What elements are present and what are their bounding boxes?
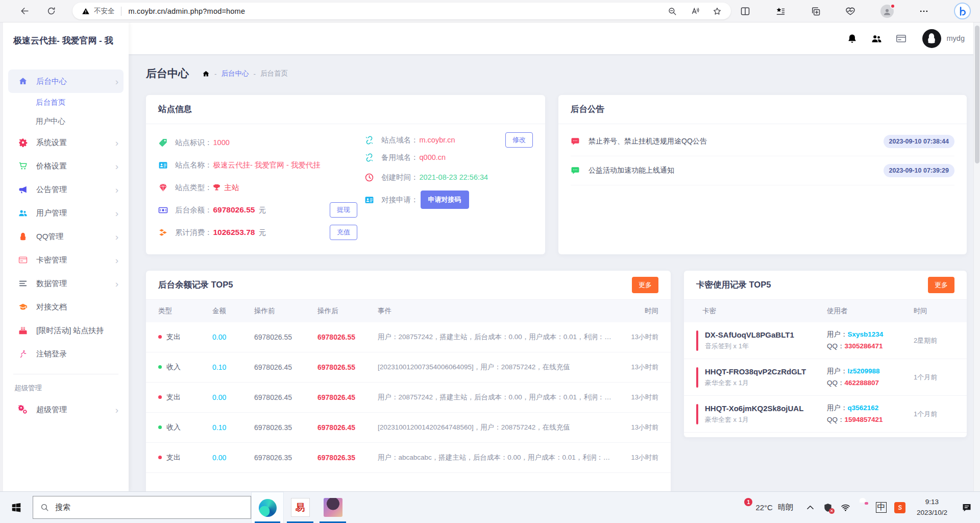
group-icon[interactable] [871, 33, 882, 44]
yi-app-icon: 易 [291, 498, 310, 517]
row-action-button[interactable]: 提现 [330, 202, 357, 218]
table-row: HHQT-Xo6jmKQ2Sk8ojUAL 豪华全套 x 1月 用户：q3562… [684, 396, 967, 433]
anime-app-icon [324, 498, 342, 517]
sidebar-item[interactable]: [限时活动] 站点扶持 [8, 319, 124, 342]
refresh-icon [46, 6, 56, 16]
avatar[interactable] [922, 29, 941, 48]
username[interactable]: mydg [947, 34, 965, 42]
record-type: 支出 [166, 332, 181, 341]
sidebar-item[interactable]: 超级管理 › [8, 398, 124, 421]
more-button[interactable]: 更多 [928, 277, 954, 293]
favorites-hub-icon[interactable] [775, 6, 786, 16]
row-accent-bar [696, 404, 698, 424]
diamond-icon [158, 183, 168, 193]
announcement-item[interactable]: 禁止养号、禁止挂机违规用途QQ公告 2023-09-10 07:38:44 [571, 127, 954, 156]
sidebar-item[interactable]: 注销登录 [8, 342, 124, 366]
back-button[interactable] [14, 2, 35, 20]
info-unit: 元 [258, 205, 266, 215]
clock-date: 2023/10/2 [917, 508, 947, 518]
taskbar-app-anime[interactable] [316, 492, 349, 523]
key-qq: 462288807 [845, 379, 879, 387]
sidebar-item[interactable]: 系统设置 › [8, 131, 124, 154]
info-label: 备用域名： [381, 153, 419, 162]
bell-icon[interactable] [847, 33, 857, 44]
defender-icon[interactable]: ✕ [823, 503, 833, 513]
row-action-button[interactable]: 修改 [505, 132, 533, 148]
split-screen-icon[interactable] [740, 6, 750, 16]
security-label[interactable]: 不安全 [94, 7, 115, 16]
key-description: 豪华全套 x 1月 [705, 378, 806, 388]
breadcrumb-current: 后台首页 [260, 69, 288, 78]
zoom-out-icon[interactable] [668, 7, 677, 16]
link-icon [364, 153, 374, 162]
action-center-button[interactable] [953, 503, 980, 513]
more-button[interactable]: 更多 [632, 277, 658, 293]
sidebar-item[interactable]: QQ管理 › [8, 225, 124, 248]
row-action-button[interactable]: 申请对接码 [421, 191, 469, 209]
sidebar-item-label: 价格设置 [36, 161, 67, 171]
browser-essentials-icon[interactable] [845, 6, 855, 16]
list-icon [18, 279, 28, 288]
type-dot [158, 425, 162, 429]
ime-indicator[interactable]: 中 [876, 502, 887, 513]
sidebar-item[interactable]: 对接文档 [8, 295, 124, 319]
browser-profile-button[interactable] [880, 5, 894, 18]
taskbar-app-yi[interactable]: 易 [284, 492, 316, 523]
info-value: 极速云代挂- 我爱官网 - 我爱代挂 [213, 160, 321, 170]
collections-icon[interactable] [811, 6, 821, 16]
more-menu-icon[interactable] [919, 6, 929, 16]
info-label: 站点名称： [175, 160, 212, 170]
sidebar-item[interactable]: 公告管理 › [8, 178, 124, 201]
key-description: 豪华全套 x 1月 [705, 415, 803, 424]
qq-tray-icon[interactable] [858, 503, 868, 513]
taskbar-clock[interactable]: 9:13 2023/10/2 [911, 497, 953, 518]
user-label: 用户： [827, 367, 848, 375]
info-label: 站点域名： [381, 135, 419, 145]
sidebar-item[interactable]: 数据管理 › [8, 272, 124, 295]
weather-widget[interactable]: 1 22°C 晴朗 [728, 500, 800, 515]
row-accent-bar [696, 330, 698, 351]
key-user: lz5209988 [848, 367, 880, 375]
cart-icon [18, 161, 28, 171]
sidebar-item[interactable]: 用户中心 [8, 112, 124, 131]
url-text[interactable]: m.coybr.cn/admin.php?mod=home [129, 7, 246, 15]
read-aloud-icon[interactable] [690, 7, 699, 16]
table-row: 收入 0.10 6978026.45 6978026.55 [202310012… [146, 352, 671, 383]
sogou-icon[interactable] [894, 502, 905, 513]
chevron-up-icon[interactable] [805, 503, 815, 512]
address-bar[interactable]: 不安全 m.coybr.cn/admin.php?mod=home [72, 3, 731, 19]
scrollbar-thumb[interactable] [975, 26, 979, 163]
record-event: 用户：208757242，搭建主站，后台成本：0.00，用户成本：0.01，利润… [378, 332, 618, 342]
bing-chat-icon[interactable] [954, 3, 971, 19]
coins-icon [158, 228, 168, 237]
row-action-button[interactable]: 充值 [330, 225, 357, 240]
weather-temp: 22°C [755, 503, 773, 512]
table-header: 卡密 使用者 时间 [684, 300, 967, 322]
announcement-item[interactable]: 公益活动加速功能上线通知 2023-09-10 07:39:29 [571, 156, 954, 185]
credit-card-icon[interactable] [896, 33, 906, 44]
wifi-icon[interactable] [841, 503, 850, 512]
sidebar-item[interactable]: 卡密管理 › [8, 248, 124, 272]
info-label: 站点类型： [175, 183, 212, 193]
record-type: 支出 [166, 453, 181, 461]
person-icon [883, 7, 892, 16]
sidebar-item[interactable]: 用户管理 › [8, 201, 124, 225]
sidebar-item[interactable]: 后台中心 › [8, 69, 124, 93]
sidebar-section-label: 超级管理 [3, 379, 129, 398]
refresh-button[interactable] [41, 2, 61, 20]
info-label: 对接申请： [381, 195, 419, 205]
sidebar-item[interactable]: 后台首页 [8, 93, 124, 112]
sidebar-item[interactable]: 价格设置 › [8, 154, 124, 178]
taskbar-search[interactable]: 搜索 [33, 496, 251, 519]
scrollbar-track[interactable] [973, 22, 980, 491]
taskbar-app-edge[interactable] [251, 492, 284, 523]
breadcrumb-root[interactable]: 后台中心 [222, 69, 249, 78]
cake-icon [18, 326, 28, 335]
start-button[interactable] [0, 492, 33, 523]
col-header: 操作后 [317, 306, 378, 316]
sidebar: 极速云代挂- 我爱官网 - 我 后台中心 › 后台首页 [0, 22, 129, 491]
col-header: 卡密 [696, 306, 827, 316]
favorite-star-icon[interactable] [713, 7, 722, 16]
home-icon[interactable] [202, 70, 210, 78]
col-header: 类型 [158, 306, 212, 316]
